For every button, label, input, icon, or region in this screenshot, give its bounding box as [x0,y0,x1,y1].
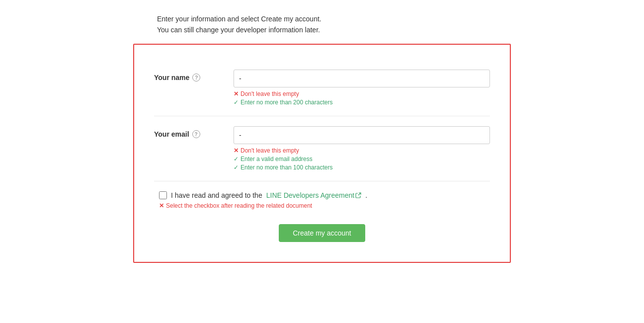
email-row: Your email ? ✕ Don't leave this empty ✓ … [154,116,490,181]
email-error-msg: ✕ Don't leave this empty [234,147,490,154]
name-error-text: Don't leave this empty [241,90,299,97]
name-success-text: Enter no more than 200 characters [241,99,332,106]
agreement-row: I have read and agreed to the LINE Devel… [154,181,490,209]
name-success-icon: ✓ [234,99,239,106]
name-label: Your name [154,74,189,81]
agreement-checkbox[interactable] [159,191,167,199]
name-row: Your name ? ✕ Don't leave this empty ✓ E… [154,60,490,116]
agreement-error-text: Select the checkbox after reading the re… [166,202,312,209]
email-validation-messages: ✕ Don't leave this empty ✓ Enter a valid… [234,147,490,171]
email-label: Your email [154,130,189,138]
create-account-button[interactable]: Create my account [279,224,365,242]
intro-line-2: You can still change your developer info… [133,26,320,34]
name-label-group: Your name ? [154,70,234,81]
email-valid-msg: ✓ Enter a valid email address [234,156,490,162]
email-length-msg: ✓ Enter no more than 100 characters [234,164,490,171]
name-error-msg: ✕ Don't leave this empty [234,90,490,97]
email-error-text: Don't leave this empty [241,147,299,154]
email-error-icon: ✕ [234,147,239,154]
name-validation-messages: ✕ Don't leave this empty ✓ Enter no more… [234,90,490,106]
name-success-msg: ✓ Enter no more than 200 characters [234,99,490,106]
form-container: Your name ? ✕ Don't leave this empty ✓ E… [133,44,511,263]
email-valid-text: Enter a valid email address [241,156,313,162]
external-link-icon [355,192,361,198]
agreement-error-icon: ✕ [159,202,164,209]
name-error-icon: ✕ [234,90,239,97]
agreement-error: ✕ Select the checkbox after reading the … [159,202,312,209]
email-length-icon: ✓ [234,164,239,171]
agreement-link[interactable]: LINE Developers Agreement [266,191,361,199]
name-help-icon[interactable]: ? [192,74,200,81]
page-wrapper: Enter your information and select Create… [133,15,511,263]
email-input[interactable] [234,126,490,144]
email-valid-icon: ✓ [234,156,239,162]
email-length-text: Enter no more than 100 characters [241,164,332,171]
email-label-group: Your email ? [154,126,234,138]
agreement-text-pre: I have read and agreed to the [171,191,262,199]
email-help-icon[interactable]: ? [192,130,200,138]
agreement-text-post: . [365,191,367,199]
name-field-group: ✕ Don't leave this empty ✓ Enter no more… [234,70,490,106]
name-input[interactable] [234,70,490,87]
submit-row: Create my account [154,224,490,242]
intro-line-1: Enter your information and select Create… [133,15,322,23]
agreement-line: I have read and agreed to the LINE Devel… [159,191,367,199]
agreement-link-text: LINE Developers Agreement [266,191,354,199]
email-field-group: ✕ Don't leave this empty ✓ Enter a valid… [234,126,490,171]
